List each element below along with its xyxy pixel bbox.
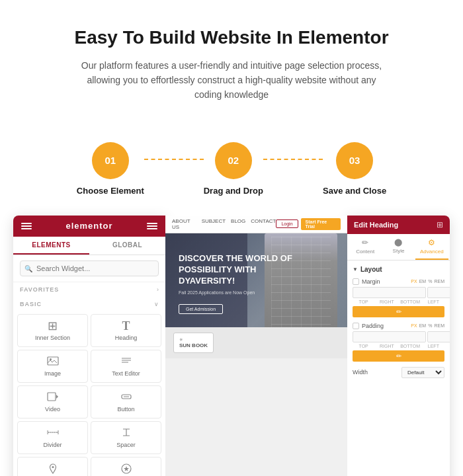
margin-unit-pct[interactable]: % <box>428 279 432 284</box>
padding-edit-btn[interactable]: ✏ <box>353 350 444 362</box>
padding-top-label: TOP <box>353 344 374 348</box>
content-icon: ✏ <box>362 238 368 247</box>
inner-section-icon: ⊞ <box>48 320 58 332</box>
sidebar-tabs: ELEMENTS GLOBAL <box>13 237 165 255</box>
nav-login-btn[interactable]: Login <box>276 219 298 228</box>
widget-spacer[interactable]: Spacer <box>91 421 161 454</box>
margin-edit-btn[interactable]: ✏ <box>353 306 444 317</box>
margin-top-label: TOP <box>353 299 374 304</box>
text-editor-icon <box>120 356 132 368</box>
button-label: Button <box>117 406 134 413</box>
basic-label: BASIC <box>20 301 42 307</box>
widget-image[interactable]: Image <box>17 350 88 383</box>
widget-text-editor[interactable]: Text Editor <box>91 350 161 383</box>
heading-icon: T <box>122 320 130 332</box>
spacer-icon <box>120 427 132 439</box>
button-icon <box>120 391 132 403</box>
mock-section: elementor ELEMENTS GLOBAL 🔍 FAVORITES › … <box>0 216 463 476</box>
step-connector-2 <box>263 159 323 160</box>
sidebar-title: elementor <box>65 221 112 231</box>
padding-unit-rem[interactable]: REM <box>434 323 444 328</box>
nav-contact[interactable]: CONTACT <box>251 218 276 230</box>
width-select[interactable]: Default <box>401 367 444 378</box>
advanced-icon: ⚙ <box>428 238 435 247</box>
favorites-header[interactable]: FAVORITES › <box>13 282 165 297</box>
layout-section-header[interactable]: ▼ Layout <box>353 266 444 273</box>
padding-unit-em[interactable]: EM <box>419 323 427 328</box>
widget-heading[interactable]: T Heading <box>91 314 161 347</box>
canvas-navbar: ABOUT US SUBJECT BLOG CONTACT Login Star… <box>165 216 347 233</box>
step-number-2: 02 <box>228 155 239 166</box>
edit-panel-header: Edit Heading ⊞ <box>347 216 450 234</box>
nav-about[interactable]: ABOUT US <box>172 218 196 230</box>
favorites-arrow: › <box>157 286 159 293</box>
margin-unit-rem[interactable]: REM <box>434 279 444 284</box>
margin-left-label: LEFT <box>423 299 444 304</box>
step-connector-1 <box>144 159 204 160</box>
padding-group: Padding PX EM % REM TOP <box>353 323 444 362</box>
nav-cta-btn[interactable]: Start Free Trial <box>301 218 341 230</box>
basic-arrow: ∨ <box>154 301 159 307</box>
nav-subject[interactable]: SUBJECT <box>202 218 226 230</box>
page-title: Easy To Build Website In Elementor <box>40 26 423 49</box>
margin-unit-px[interactable]: PX <box>411 279 417 284</box>
step-circle-3: 03 <box>336 142 373 179</box>
margin-right-input[interactable] <box>427 287 450 298</box>
margin-top-input[interactable] <box>353 287 426 298</box>
tab-advanced[interactable]: ⚙ Advanced <box>415 234 448 260</box>
padding-bottom-label: BOTTOM <box>400 344 421 348</box>
heading-label: Heading <box>115 335 138 341</box>
step-circle-1: 01 <box>92 142 129 179</box>
image-icon <box>47 356 59 368</box>
widget-inner-section[interactable]: ⊞ Inner Section <box>17 314 88 347</box>
canvas-hero-section: DISCOVER THE WORLD OF POSSIBILITY WITH D… <box>165 233 347 328</box>
margin-unit-em[interactable]: EM <box>419 279 427 284</box>
widget-google-maps[interactable]: Google Maps <box>17 457 88 476</box>
search-icon: 🔍 <box>24 264 32 272</box>
canvas-bottom: ☀ SUN BOOK <box>165 327 347 358</box>
widget-divider[interactable]: Divider <box>17 421 88 454</box>
spacer-label: Spacer <box>116 442 136 448</box>
edit-grid-icon[interactable]: ⊞ <box>437 220 443 229</box>
margin-group: Margin PX EM % REM TOP <box>353 278 444 317</box>
nav-blog[interactable]: BLOG <box>231 218 245 230</box>
step-circle-2: 02 <box>215 142 252 179</box>
tab-global[interactable]: GLOBAL <box>89 237 165 255</box>
canvas-hero-sub: Fall 2025 Applications are Now Open <box>179 290 334 295</box>
margin-edit-icon: ✏ <box>396 308 401 315</box>
google-maps-icon <box>47 463 59 476</box>
step-label-1: Choose Element <box>77 186 144 196</box>
padding-checkbox[interactable] <box>353 323 359 329</box>
elementor-sidebar: elementor ELEMENTS GLOBAL 🔍 FAVORITES › … <box>13 216 165 476</box>
nav-links: ABOUT US SUBJECT BLOG CONTACT <box>172 218 276 230</box>
tab-elements[interactable]: ELEMENTS <box>13 237 89 255</box>
padding-unit-pct[interactable]: % <box>428 323 432 328</box>
search-input[interactable] <box>20 260 159 276</box>
margin-label: Margin <box>362 278 380 285</box>
style-label: Style <box>393 248 405 254</box>
padding-top-input[interactable] <box>353 331 426 342</box>
edit-panel-tabs: ✏ Content ⬤ Style ⚙ Advanced <box>347 234 450 260</box>
padding-edit-icon: ✏ <box>396 352 401 360</box>
padding-unit-px[interactable]: PX <box>411 323 417 328</box>
inner-section-label: Inner Section <box>35 335 70 341</box>
tab-content[interactable]: ✏ Content <box>349 234 382 260</box>
widget-button[interactable]: Button <box>91 385 161 418</box>
basic-header[interactable]: BASIC ∨ <box>13 297 165 311</box>
canvas-hero-btn[interactable]: Get Admission <box>179 304 223 314</box>
margin-checkbox[interactable] <box>353 278 359 285</box>
text-editor-label: Text Editor <box>112 370 140 377</box>
video-icon <box>47 391 59 403</box>
hamburger-icon[interactable] <box>21 221 32 231</box>
widget-video[interactable]: Video <box>17 385 88 418</box>
svg-point-15 <box>52 466 54 468</box>
width-label: Width <box>353 369 368 376</box>
padding-right-input[interactable] <box>427 331 450 342</box>
step-3: 03 Save and Close <box>323 142 386 196</box>
widget-icon[interactable]: Icon <box>91 457 161 476</box>
svg-marker-6 <box>56 395 58 399</box>
width-row: Width Default <box>353 367 444 378</box>
step-number-1: 01 <box>105 155 116 166</box>
grid-icon[interactable] <box>147 221 157 231</box>
tab-style[interactable]: ⬤ Style <box>382 234 415 260</box>
